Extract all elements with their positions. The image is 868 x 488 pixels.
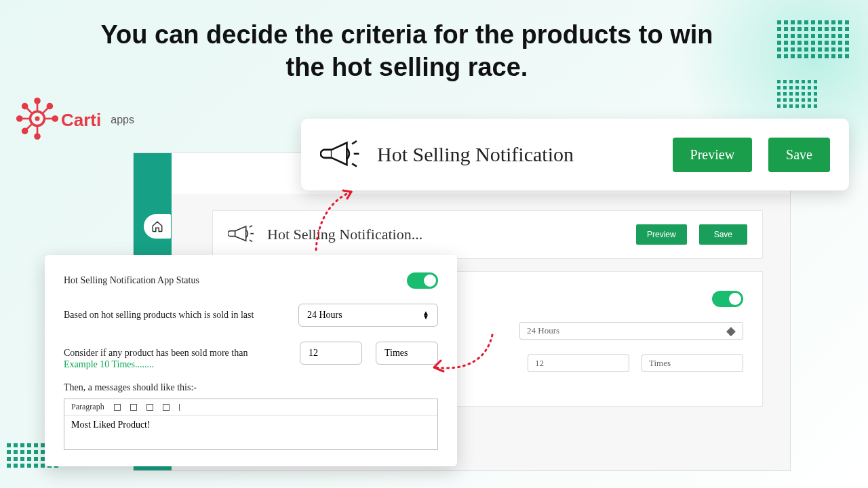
status-toggle[interactable] — [407, 272, 438, 289]
status-toggle-bg[interactable] — [712, 291, 743, 307]
settings-card: Hot Selling Notification App Status Base… — [45, 255, 457, 466]
svg-line-18 — [250, 240, 252, 242]
megaphone-icon — [320, 135, 361, 174]
toolbar-btn-5[interactable] — [179, 404, 186, 411]
brand-name: Carti — [61, 110, 101, 131]
svg-point-7 — [35, 134, 40, 139]
unit-label-bg: Times — [642, 354, 743, 372]
svg-line-16 — [250, 226, 252, 228]
consider-label: Consider if any product has been sold mo… — [64, 348, 248, 359]
svg-line-21 — [352, 163, 357, 166]
svg-line-10 — [43, 108, 48, 113]
editor-content[interactable]: Most Liked Product! — [64, 415, 437, 449]
svg-point-9 — [17, 117, 22, 121]
hero-card: Hot Selling Notification Preview Save — [301, 119, 849, 190]
hero-title: Hot Selling Notification — [377, 143, 656, 166]
svg-line-14 — [26, 124, 32, 129]
preview-button[interactable]: Preview — [673, 138, 753, 172]
brand-logo: Carti apps — [14, 95, 134, 145]
duration-select-bg[interactable]: 24 Hours ◆ — [519, 322, 743, 340]
count-input[interactable]: 12 — [300, 342, 362, 365]
svg-point-1 — [35, 117, 40, 121]
toolbar-btn-1[interactable] — [114, 404, 121, 411]
carti-logo-icon — [14, 95, 61, 145]
decorative-dots-top — [777, 20, 849, 58]
toolbar-btn-2[interactable] — [130, 404, 137, 411]
status-label: Hot Selling Notification App Status — [64, 275, 199, 286]
duration-select-bg-value: 24 Hours — [527, 325, 559, 336]
svg-point-11 — [47, 104, 52, 108]
toolbar-btn-4[interactable] — [163, 404, 170, 411]
select-caret-icon: ▲▼ — [422, 311, 429, 319]
brand-suffix: apps — [111, 114, 134, 126]
duration-select[interactable]: 24 Hours ▲▼ — [298, 304, 438, 327]
toolbar-btn-3[interactable] — [146, 404, 153, 411]
svg-point-3 — [35, 98, 40, 103]
svg-line-12 — [26, 108, 32, 113]
based-on-label: Based on hot selling products which is s… — [64, 310, 254, 321]
editor-toolbar: Paragraph — [64, 399, 437, 415]
format-dropdown[interactable]: Paragraph — [71, 402, 104, 412]
message-editor: Paragraph Most Liked Product! — [64, 399, 438, 450]
svg-line-19 — [352, 141, 357, 144]
svg-point-5 — [53, 117, 58, 121]
app-title-card: Hot Selling Notification... Preview Save — [212, 210, 763, 259]
save-button-small[interactable]: Save — [699, 224, 747, 245]
megaphone-icon — [228, 222, 255, 247]
page-headline: You can decide the criteria for the prod… — [95, 19, 719, 83]
sidebar-home-button[interactable] — [144, 214, 171, 239]
home-icon — [151, 220, 163, 232]
preview-button-small[interactable]: Preview — [636, 224, 687, 245]
message-label: Then, a messages should like this:- — [64, 382, 438, 393]
svg-point-15 — [22, 129, 27, 134]
count-input-bg[interactable]: 12 — [528, 354, 629, 372]
duration-value: 24 Hours — [307, 310, 342, 321]
caret-icon: ◆ — [726, 327, 736, 334]
svg-point-13 — [22, 104, 27, 108]
app-card-title: Hot Selling Notification... — [267, 226, 624, 243]
save-button[interactable]: Save — [768, 138, 830, 172]
unit-label: Times — [376, 342, 438, 365]
decorative-dots-mini — [777, 80, 817, 108]
